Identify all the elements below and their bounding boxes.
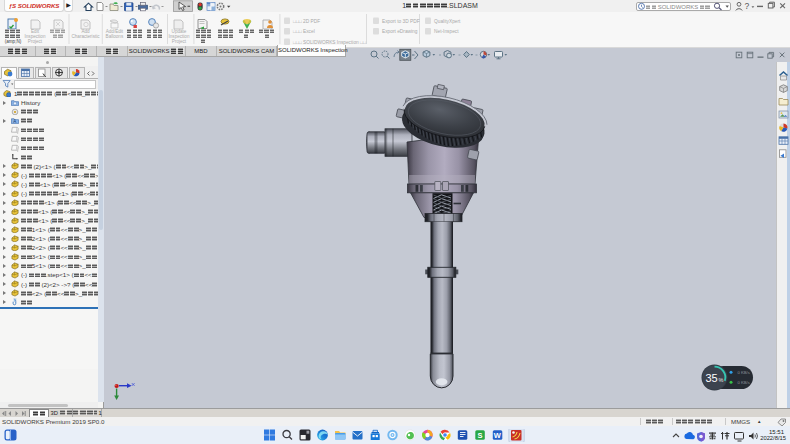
svg-text:35: 35 — [706, 372, 718, 384]
svg-text:Net-Inspect: Net-Inspect — [434, 29, 459, 34]
svg-text:W: W — [494, 431, 502, 440]
svg-text:0 KB/s: 0 KB/s — [738, 370, 750, 375]
svg-text:QualityXpert: QualityXpert — [434, 19, 461, 24]
svg-text:□□□ 2D PDF: □□□ 2D PDF — [293, 19, 320, 24]
svg-text:S: S — [478, 431, 483, 440]
svg-text:□□□ Excel: □□□ Excel — [293, 29, 315, 34]
svg-text:?: ? — [745, 1, 750, 11]
svg-text:0 KB/s: 0 KB/s — [738, 380, 750, 385]
svg-text:%: % — [719, 377, 724, 383]
svg-text:Export to 3D PDF: Export to 3D PDF — [382, 19, 420, 24]
svg-text:Export eDrawing: Export eDrawing — [382, 29, 418, 34]
svg-text:□□□ SOLIDWORKS Inspection □□: □□□ SOLIDWORKS Inspection □□ — [293, 40, 366, 45]
